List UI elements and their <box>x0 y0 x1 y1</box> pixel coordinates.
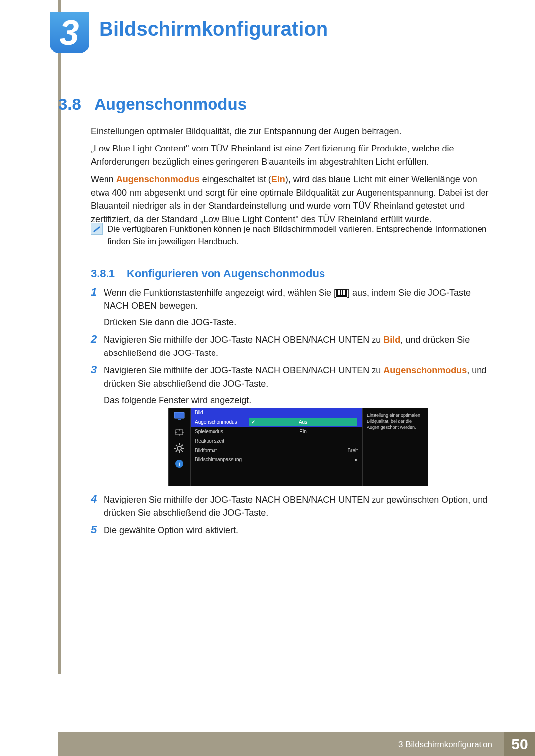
osd-row-reaktionszeit: Reaktionszeit <box>191 436 362 446</box>
monitor-icon <box>174 411 185 421</box>
osd-header: Bild <box>191 408 362 417</box>
paragraph-2a: „Low Blue Light Content" vom TÜV Rheinla… <box>91 142 498 169</box>
footer-label: 3 Bildschirmkonfiguration <box>398 733 499 756</box>
body-text: Einstellungen optimaler Bildqualität, di… <box>91 125 498 230</box>
note-icon <box>91 223 103 235</box>
svg-rect-5 <box>178 419 181 420</box>
chapter-number-tab: 3 <box>50 12 89 53</box>
chevron-right-icon: ▸ <box>248 457 358 462</box>
footer-page-number: 50 <box>504 732 535 756</box>
svg-rect-4 <box>174 412 184 418</box>
gear-icon <box>174 443 185 453</box>
osd-row-bildschirmanpassung: Bildschirmanpassung ▸ <box>191 455 362 464</box>
subsection-title: Konfigurieren von Augenschonmodus <box>127 267 325 280</box>
paragraph-1: Einstellungen optimaler Bildqualität, di… <box>91 125 498 138</box>
section-title: Augenschonmodus <box>94 95 247 114</box>
svg-rect-1 <box>338 290 340 295</box>
subsection-number: 3.8.1 <box>91 267 115 280</box>
steps-list: 1 Wenn die Funktionstastenhilfe angezeig… <box>91 286 498 411</box>
svg-point-7 <box>177 446 181 450</box>
svg-rect-3 <box>343 290 345 295</box>
steps-list-2: 4 Navigieren Sie mithilfe der JOG-Taste … <box>91 493 498 541</box>
osd-menu: i Bild Augenschonmodus Aus Spielemodus E… <box>168 408 428 486</box>
svg-line-15 <box>181 445 183 446</box>
osd-sidebar: i <box>169 408 191 486</box>
osd-main: Bild Augenschonmodus Aus Spielemodus Ein… <box>191 408 362 486</box>
step-number: 4 <box>91 493 104 520</box>
subsection-heading: 3.8.1 Konfigurieren von Augenschonmodus <box>91 267 325 280</box>
step-1: 1 Wenn die Funktionstastenhilfe angezeig… <box>91 286 498 329</box>
info-icon: i <box>174 459 185 469</box>
svg-line-12 <box>176 445 177 446</box>
highlight-ein: Ein <box>271 174 285 184</box>
chapter-number: 3 <box>60 13 79 52</box>
section-number: 3.8 <box>58 95 81 114</box>
step-number: 3 <box>91 364 104 407</box>
osd-value-selected: Aus <box>249 418 357 426</box>
note-text: Die verfügbaren Funktionen können je nac… <box>107 223 498 248</box>
step-number: 5 <box>91 524 104 537</box>
highlight-bild: Bild <box>383 335 400 345</box>
osd-hint-text: Einstellung einer optimalen Bildqualität… <box>367 412 424 430</box>
highlight-augenschonmodus: Augenschonmodus <box>116 174 200 184</box>
osd-row-bildformat: Bildformat Breit <box>191 446 362 455</box>
svg-rect-2 <box>341 290 342 295</box>
step-number: 2 <box>91 333 104 360</box>
step-2: 2 Navigieren Sie mithilfe der JOG-Taste … <box>91 333 498 360</box>
osd-hint-panel: Einstellung einer optimalen Bildqualität… <box>362 408 428 486</box>
step-4: 4 Navigieren Sie mithilfe der JOG-Taste … <box>91 493 498 520</box>
chapter-title: Bildschirmkonfiguration <box>99 18 328 40</box>
step-3: 3 Navigieren Sie mithilfe der JOG-Taste … <box>91 364 498 407</box>
svg-line-14 <box>176 450 177 452</box>
step-5: 5 Die gewählte Option wird aktiviert. <box>91 524 498 537</box>
osd-row-spielemodus: Spielemodus Ein <box>191 427 362 436</box>
paragraph-2b: Wenn Augenschonmodus eingeschaltet ist (… <box>91 173 498 226</box>
footer-bar: 3 Bildschirmkonfiguration 50 <box>58 732 535 756</box>
step-number: 1 <box>91 286 104 329</box>
svg-line-13 <box>181 450 183 452</box>
resize-icon <box>174 427 185 437</box>
menu-icon <box>336 287 347 295</box>
osd-row-augenschonmodus: Augenschonmodus Aus <box>191 417 362 427</box>
note-row: Die verfügbaren Funktionen können je nac… <box>91 223 498 248</box>
highlight-augenschonmodus-2: Augenschonmodus <box>383 365 467 375</box>
svg-text:i: i <box>178 461 180 467</box>
